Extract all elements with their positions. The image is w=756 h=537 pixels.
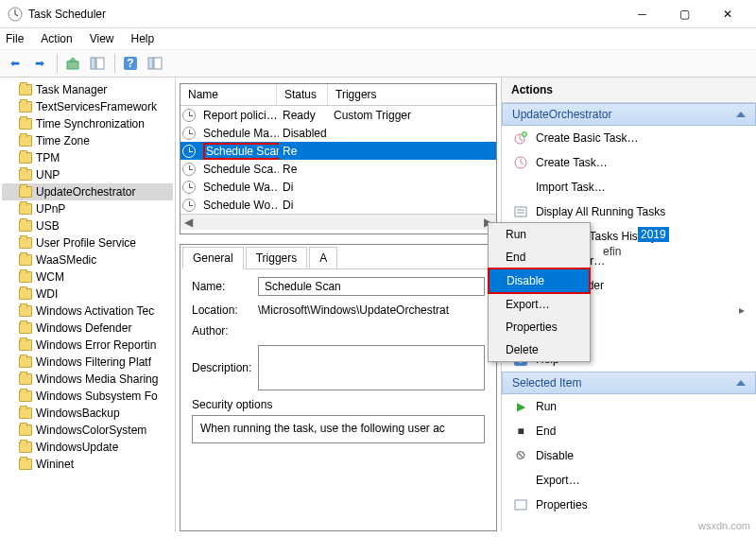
task-row[interactable]: Schedule Ma…Disabled <box>180 124 496 142</box>
action-label: End <box>536 424 556 438</box>
tree-item[interactable]: Wininet <box>2 456 173 473</box>
task-row[interactable]: Schedule Wa…Di <box>180 178 496 196</box>
author-label: Author: <box>192 324 258 338</box>
library-tree[interactable]: Task ManagerTextServicesFrameworkTime Sy… <box>0 78 176 531</box>
action-item[interactable]: ▶Run <box>502 394 756 419</box>
close-button[interactable]: ✕ <box>706 0 748 28</box>
tree-item[interactable]: WDI <box>2 286 173 303</box>
collapse-icon[interactable] <box>736 380 746 386</box>
tree-item[interactable]: TextServicesFramework <box>2 98 173 115</box>
action-icon: ■ <box>513 424 528 439</box>
tree-item[interactable]: WindowsColorSystem <box>2 422 173 439</box>
tree-item[interactable]: UNP <box>2 166 173 183</box>
tree-item[interactable]: Windows Subsystem Fo <box>2 388 173 405</box>
col-name[interactable]: Name <box>180 84 277 105</box>
task-list[interactable]: Name Status Triggers Report polici…Ready… <box>180 83 497 234</box>
folder-icon <box>19 203 32 215</box>
tree-item[interactable]: TPM <box>2 149 173 166</box>
description-field[interactable] <box>258 345 485 390</box>
action-item[interactable]: ■End <box>502 419 756 443</box>
action-item[interactable]: Display All Running Tasks <box>502 199 756 224</box>
task-row[interactable]: Schedule Wo…Di <box>180 196 496 214</box>
folder-icon <box>19 339 32 351</box>
tree-item[interactable]: Time Zone <box>2 132 173 149</box>
tree-item-label: USB <box>36 219 60 233</box>
location-value: \Microsoft\Windows\UpdateOrchestrat <box>258 303 485 317</box>
task-name: Schedule Scan <box>199 143 279 160</box>
action-item[interactable]: Import Task… <box>502 175 756 199</box>
task-status: Ready <box>279 109 330 122</box>
tab-more[interactable]: A <box>309 247 337 268</box>
forward-button[interactable]: ➡ <box>28 52 51 75</box>
tree-item[interactable]: User Profile Service <box>2 234 173 251</box>
tree-item[interactable]: Windows Defender <box>2 320 173 337</box>
tree-item-label: WCM <box>36 270 64 284</box>
col-triggers[interactable]: Triggers <box>328 84 496 105</box>
maximize-button[interactable]: ▢ <box>663 0 706 28</box>
folder-icon <box>19 356 32 368</box>
context-menu-item[interactable]: End <box>489 246 590 268</box>
action-item[interactable]: Export… <box>502 468 756 493</box>
collapse-icon[interactable] <box>736 112 746 117</box>
tree-item[interactable]: UPnP <box>2 200 173 217</box>
clock-icon <box>182 199 196 212</box>
folder-icon <box>19 459 32 470</box>
detail-tabs: General Triggers A <box>182 247 494 269</box>
tree-item[interactable]: Windows Activation Tec <box>2 303 173 320</box>
menu-view[interactable]: View <box>90 32 114 45</box>
svg-rect-7 <box>154 58 162 69</box>
properties-button[interactable] <box>144 52 166 75</box>
task-row[interactable]: Schedule Sca…Re <box>180 160 496 178</box>
action-icon <box>513 130 528 146</box>
folder-icon <box>19 118 32 130</box>
menu-file[interactable]: File <box>6 32 24 45</box>
tree-item[interactable]: WindowsBackup <box>2 405 173 422</box>
horizontal-scrollbar[interactable]: ◀ ▶ <box>180 214 496 230</box>
task-name: Schedule Wa… <box>199 181 279 194</box>
menu-action[interactable]: Action <box>41 32 72 45</box>
task-triggers: Custom Trigger <box>330 109 496 122</box>
tree-item-label: Windows Subsystem Fo <box>36 390 158 403</box>
show-hide-tree-button[interactable] <box>86 52 109 75</box>
tree-item[interactable]: Task Manager <box>2 81 173 98</box>
tree-item[interactable]: UpdateOrchestrator <box>2 183 173 200</box>
description-label: Description: <box>192 361 258 374</box>
menu-help[interactable]: Help <box>131 32 155 45</box>
help-button[interactable]: ? <box>119 52 142 75</box>
tree-item[interactable]: Windows Filtering Platf <box>2 354 173 371</box>
action-item[interactable]: 🛇Disable <box>502 443 756 468</box>
svg-rect-6 <box>148 58 153 69</box>
context-menu-item[interactable]: Disable <box>490 269 589 292</box>
minimize-button[interactable]: ─ <box>621 0 663 28</box>
tree-item-label: TPM <box>36 151 60 165</box>
name-field[interactable]: Schedule Scan <box>258 277 485 296</box>
tree-item[interactable]: WCM <box>2 268 173 286</box>
scroll-left-icon[interactable]: ◀ <box>180 216 197 229</box>
context-menu-item[interactable]: Run <box>489 223 590 246</box>
tree-item[interactable]: Windows Media Sharing <box>2 371 173 388</box>
context-menu-item[interactable]: Export… <box>489 293 590 316</box>
back-button[interactable]: ⬅ <box>4 52 26 75</box>
action-item[interactable]: Create Task… <box>502 150 756 175</box>
action-icon: ▶ <box>513 399 528 414</box>
context-menu-item[interactable]: Properties <box>489 316 590 338</box>
actions-group-selected[interactable]: Selected Item <box>502 372 756 394</box>
task-row[interactable]: Report polici…ReadyCustom Trigger <box>180 106 496 124</box>
tree-item[interactable]: WaaSMedic <box>2 251 173 268</box>
up-button[interactable] <box>61 52 84 75</box>
trigger-fragment: 2019 <box>638 227 669 242</box>
tab-general[interactable]: General <box>182 247 244 269</box>
task-name: Schedule Sca… <box>199 163 279 176</box>
tree-item[interactable]: Time Synchronization <box>2 115 173 132</box>
tree-item[interactable]: USB <box>2 217 173 234</box>
col-status[interactable]: Status <box>277 84 328 105</box>
tree-item[interactable]: WindowsUpdate <box>2 439 173 456</box>
svg-rect-1 <box>67 61 78 69</box>
tab-triggers[interactable]: Triggers <box>246 247 308 268</box>
action-item[interactable]: Create Basic Task… <box>502 126 756 150</box>
action-item[interactable]: Properties <box>502 493 756 517</box>
task-row[interactable]: Schedule ScanRe <box>180 142 496 160</box>
context-menu-item[interactable]: Delete <box>489 338 590 361</box>
tree-item[interactable]: Windows Error Reportin <box>2 337 173 354</box>
actions-group-folder[interactable]: UpdateOrchestrator <box>502 103 756 126</box>
